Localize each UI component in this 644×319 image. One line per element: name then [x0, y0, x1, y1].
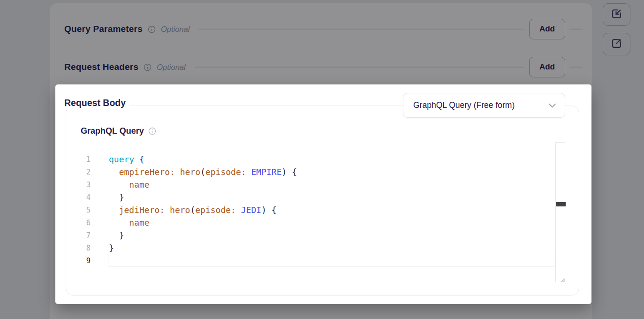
line-number: 2	[76, 168, 91, 176]
line-number: 5	[76, 206, 91, 214]
page: Query Parameters Optional Add Request He…	[0, 0, 644, 319]
code-line-1[interactable]: 1query {	[76, 153, 555, 166]
body-type-select-value: GraphQL Query (Free form)	[413, 100, 515, 110]
code-line-content[interactable]: name	[108, 217, 555, 228]
code-line-content[interactable]: name	[108, 179, 555, 190]
code-line-2[interactable]: 2 empireHero: hero(episode: EMPIRE) {	[76, 166, 555, 178]
line-number: 8	[76, 244, 91, 252]
code-line-content[interactable]: jediHero: hero(episode: JEDI) {	[108, 204, 555, 216]
code-line-6[interactable]: 6 name	[76, 216, 555, 229]
chevron-down-icon	[549, 100, 556, 110]
request-body-panel: Request Body GraphQL Query (Free form) G…	[55, 84, 591, 304]
resize-handle-icon[interactable]	[559, 276, 565, 282]
graphql-query-fieldset: GraphQL Query 1query {2 empireHero: hero…	[66, 106, 579, 296]
line-number: 6	[76, 219, 91, 227]
code-line-content[interactable]: }	[108, 242, 555, 254]
line-number: 9	[76, 257, 91, 265]
graphql-query-editor[interactable]: 1query {2 empireHero: hero(episode: EMPI…	[76, 142, 565, 282]
request-body-title: Request Body	[64, 98, 130, 109]
info-icon[interactable]	[148, 127, 156, 135]
code-line-content[interactable]	[108, 255, 555, 266]
body-type-select[interactable]: GraphQL Query (Free form)	[403, 93, 565, 118]
code-line-3[interactable]: 3 name	[76, 178, 555, 191]
code-line-8[interactable]: 8}	[76, 242, 555, 254]
code-line-5[interactable]: 5 jediHero: hero(episode: JEDI) {	[76, 204, 555, 216]
code-line-9[interactable]: 9	[76, 254, 555, 267]
code-line-content[interactable]: }	[108, 191, 555, 203]
code-line-7[interactable]: 7 }	[76, 229, 555, 242]
line-number: 3	[76, 181, 91, 189]
line-number: 4	[76, 193, 91, 202]
graphql-query-label: GraphQL Query	[81, 126, 144, 136]
editor-scrollbar[interactable]	[555, 142, 565, 282]
code-line-content[interactable]: query {	[108, 153, 555, 165]
code-line-4[interactable]: 4 }	[76, 191, 555, 204]
line-number: 1	[76, 155, 91, 164]
line-number: 7	[76, 231, 91, 240]
code-line-content[interactable]: empireHero: hero(episode: EMPIRE) {	[108, 166, 555, 178]
scrollbar-thumb[interactable]	[556, 202, 566, 206]
code-lines[interactable]: 1query {2 empireHero: hero(episode: EMPI…	[76, 142, 555, 282]
code-line-content[interactable]: }	[108, 229, 555, 241]
graphql-query-label-row: GraphQL Query	[81, 126, 156, 136]
